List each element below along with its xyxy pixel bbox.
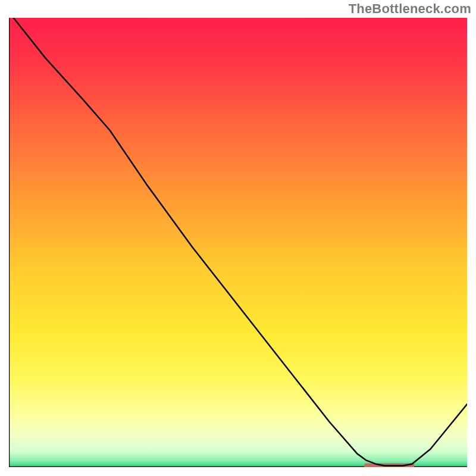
plot-area [9,18,467,467]
data-layer [9,18,467,467]
chart-stage: TheBottleneck.com [0,0,476,476]
watermark-text: TheBottleneck.com [349,1,471,17]
bottleneck-curve [14,18,467,466]
